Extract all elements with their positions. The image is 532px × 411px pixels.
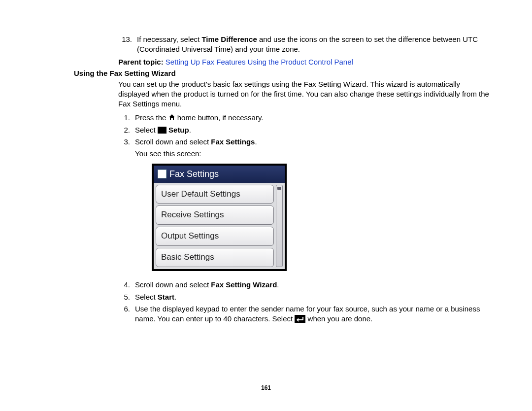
text: home button, if necessary. bbox=[175, 113, 264, 122]
fax-item-receive[interactable]: Receive Settings bbox=[156, 206, 274, 225]
bold-text: Start bbox=[158, 293, 174, 301]
fax-item-user-default[interactable]: User Default Settings bbox=[156, 185, 274, 204]
list-number: 13. bbox=[118, 34, 137, 55]
text: Select bbox=[135, 126, 158, 134]
fax-screen-title: Fax Settings bbox=[169, 168, 219, 180]
list-body: Use the displayed keypad to enter the se… bbox=[135, 304, 493, 324]
list-number: 4. bbox=[118, 280, 135, 290]
text: . bbox=[189, 126, 191, 134]
text: Scroll down and select bbox=[135, 137, 211, 146]
enter-icon bbox=[295, 315, 305, 323]
list-item-13: 13. If necessary, select Time Difference… bbox=[118, 34, 493, 55]
fax-item-basic[interactable]: Basic Settings bbox=[156, 248, 274, 267]
bold-text: Time Difference bbox=[201, 35, 257, 43]
fax-screen-list: User Default Settings Receive Settings O… bbox=[154, 183, 285, 270]
list-number: 5. bbox=[118, 292, 135, 302]
fax-item-output[interactable]: Output Settings bbox=[156, 227, 274, 246]
list-number: 3. bbox=[118, 137, 135, 278]
step-4: 4. Scroll down and select Fax Setting Wi… bbox=[118, 280, 493, 290]
page-number: 161 bbox=[0, 384, 532, 391]
list-body: Select Start. bbox=[135, 292, 493, 302]
text: Scroll down and select bbox=[135, 280, 211, 289]
fax-settings-screenshot: Fax Settings User Default Settings Recei… bbox=[152, 164, 287, 271]
text: . bbox=[277, 280, 279, 289]
text: when you are done. bbox=[305, 314, 372, 323]
bold-text: Fax Setting Wizard bbox=[211, 280, 277, 289]
home-icon bbox=[168, 114, 175, 121]
parent-topic-label: Parent topic: bbox=[118, 58, 164, 66]
step-5: 5. Select Start. bbox=[118, 292, 493, 302]
list-number: 1. bbox=[118, 113, 135, 123]
step-1: 1. Press the home button, if necessary. bbox=[118, 113, 493, 123]
text: Press the bbox=[135, 113, 168, 122]
list-body: Scroll down and select Fax Setting Wizar… bbox=[135, 280, 493, 290]
document-page: 13. If necessary, select Time Difference… bbox=[0, 0, 532, 324]
fax-screen-header: Fax Settings bbox=[154, 166, 285, 182]
text: . bbox=[255, 137, 257, 146]
fax-header-icon bbox=[158, 170, 166, 178]
text: . bbox=[174, 293, 176, 301]
list-number: 2. bbox=[118, 125, 135, 135]
parent-topic: Parent topic: Setting Up Fax Features Us… bbox=[118, 58, 493, 66]
step-2: 2. Select Setup. bbox=[118, 125, 493, 135]
list-body: Scroll down and select Fax Settings. You… bbox=[135, 137, 493, 278]
svg-rect-0 bbox=[295, 315, 305, 323]
text: If necessary, select bbox=[137, 35, 201, 43]
list-number: 6. bbox=[118, 304, 135, 324]
list-body: Select Setup. bbox=[135, 125, 493, 135]
fax-screen-items: User Default Settings Receive Settings O… bbox=[156, 185, 274, 268]
parent-topic-link[interactable]: Setting Up Fax Features Using the Produc… bbox=[166, 58, 353, 66]
bold-text: Setup bbox=[168, 126, 189, 134]
text: Select bbox=[135, 293, 158, 301]
list-body: Press the home button, if necessary. bbox=[135, 113, 493, 123]
bold-text: Fax Settings bbox=[211, 137, 255, 146]
section-heading: Using the Fax Setting Wizard bbox=[74, 69, 493, 77]
step-3: 3. Scroll down and select Fax Settings. … bbox=[118, 137, 493, 278]
note-text: You see this screen: bbox=[135, 149, 493, 159]
step-6: 6. Use the displayed keypad to enter the… bbox=[118, 304, 493, 324]
fax-scrollbar[interactable] bbox=[276, 185, 283, 268]
steps-list: 1. Press the home button, if necessary. … bbox=[118, 113, 493, 324]
section-intro: You can set up the product's basic fax s… bbox=[118, 79, 493, 109]
setup-icon bbox=[158, 127, 166, 134]
list-body: If necessary, select Time Difference and… bbox=[137, 34, 493, 55]
